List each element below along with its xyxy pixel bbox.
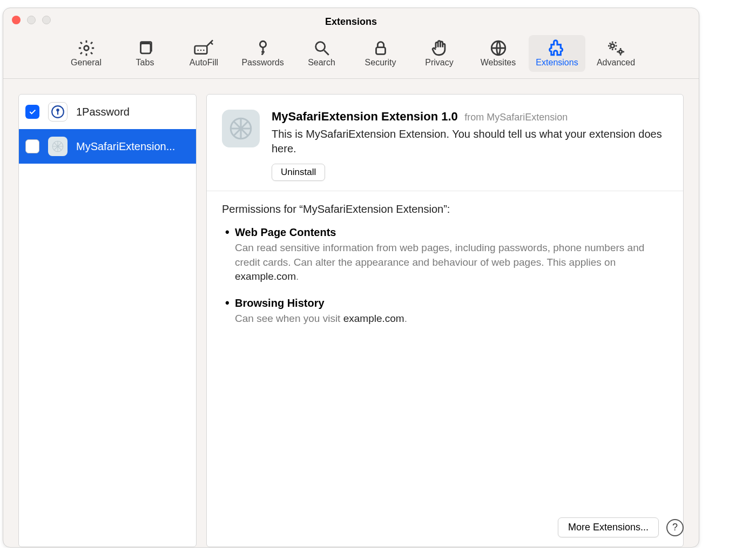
enable-checkbox[interactable] [25, 139, 39, 153]
close-window-button[interactable] [12, 16, 21, 24]
window-title: Extensions [325, 16, 377, 28]
extension-icon-large [222, 110, 260, 147]
more-extensions-button[interactable]: More Extensions... [558, 517, 659, 537]
extension-header-text: MySafariExtension Extension 1.0 from MyS… [272, 110, 668, 181]
autofill-icon [176, 38, 232, 58]
svg-rect-1 [140, 44, 150, 53]
sidebar-item-label: 1Password [76, 106, 196, 118]
svg-point-6 [260, 41, 266, 47]
tab-label: Passwords [234, 58, 291, 68]
tab-advanced[interactable]: Advanced [588, 35, 644, 72]
extension-from: from MySafariExtension [464, 112, 568, 123]
svg-rect-14 [57, 111, 58, 115]
tab-label: Advanced [588, 58, 644, 68]
tab-label: Search [293, 58, 350, 68]
tab-label: Tabs [117, 58, 173, 68]
tab-general[interactable]: General [58, 35, 114, 72]
tab-label: Privacy [411, 58, 468, 68]
extension-header: MySafariExtension Extension 1.0 from MyS… [207, 95, 683, 191]
svg-point-10 [610, 44, 614, 48]
svg-point-5 [203, 50, 205, 51]
hand-icon [411, 38, 468, 58]
sidebar-item-label: MySafariExtension... [76, 140, 196, 153]
permission-text: Can read sensitive information from web … [235, 242, 644, 268]
maximize-window-button[interactable] [42, 16, 51, 24]
tab-label: General [58, 58, 114, 68]
permissions-section: Permissions for “MySafariExtension Exten… [207, 191, 683, 349]
extensions-sidebar: 1Password MySafariExtension... [18, 94, 197, 547]
tabs-icon [117, 38, 173, 58]
tab-passwords[interactable]: Passwords [234, 35, 291, 72]
traffic-lights [12, 16, 51, 24]
permission-text: . [404, 313, 407, 324]
permission-description: Can see when you visit example.com. [222, 312, 668, 326]
tab-label: AutoFill [176, 58, 232, 68]
permission-domain: example.com [235, 271, 296, 282]
permission-text: Can see when you visit [235, 313, 343, 324]
help-button[interactable]: ? [666, 519, 684, 536]
sidebar-item-mysafariextension[interactable]: MySafariExtension... [19, 129, 196, 164]
tab-label: Websites [470, 58, 526, 68]
svg-point-7 [315, 42, 325, 51]
permission-item: Web Page Contents Can read sensitive inf… [222, 226, 668, 284]
tab-privacy[interactable]: Privacy [411, 35, 468, 72]
preferences-toolbar: General Tabs AutoFill Passwords Search [3, 35, 699, 79]
permission-title: Browsing History [222, 297, 668, 309]
lock-icon [352, 38, 409, 58]
svg-point-11 [619, 50, 622, 53]
search-icon [293, 38, 350, 58]
tab-search[interactable]: Search [293, 35, 350, 72]
footer: More Extensions... ? [558, 517, 684, 537]
extension-description: This is MySafariExtension Extension. You… [272, 127, 668, 156]
svg-point-4 [200, 50, 201, 51]
svg-rect-8 [376, 48, 385, 55]
tab-autofill[interactable]: AutoFill [176, 35, 232, 72]
permission-item: Browsing History Can see when you visit … [222, 297, 668, 326]
extension-icon-1password [48, 102, 68, 122]
enable-checkbox[interactable] [25, 105, 39, 119]
gear-icon [58, 38, 114, 58]
tab-websites[interactable]: Websites [470, 35, 526, 72]
tab-tabs[interactable]: Tabs [117, 35, 173, 72]
content-area: 1Password MySafariExtension... MySafariE… [3, 79, 699, 547]
minimize-window-button[interactable] [27, 16, 36, 24]
svg-point-0 [84, 46, 89, 51]
sidebar-item-1password[interactable]: 1Password [19, 95, 196, 129]
extension-detail-panel: MySafariExtension Extension 1.0 from MyS… [206, 94, 684, 547]
titlebar: Extensions [3, 8, 699, 35]
tab-extensions[interactable]: Extensions [529, 35, 585, 72]
tab-label: Extensions [529, 58, 585, 68]
preferences-window: Extensions General Tabs AutoFill Passwor… [3, 8, 699, 548]
puzzle-icon [529, 38, 585, 58]
uninstall-button[interactable]: Uninstall [272, 164, 325, 181]
permission-description: Can read sensitive information from web … [222, 241, 668, 284]
permission-title: Web Page Contents [222, 226, 668, 239]
extension-name: MySafariExtension Extension 1.0 [272, 110, 458, 123]
globe-icon [470, 38, 526, 58]
permissions-title: Permissions for “MySafariExtension Exten… [222, 203, 668, 215]
tab-security[interactable]: Security [352, 35, 409, 72]
gears-icon [588, 38, 644, 58]
permission-text: . [296, 271, 299, 282]
permission-domain: example.com [343, 313, 404, 324]
extension-icon-generic [48, 137, 68, 156]
tab-label: Security [352, 58, 409, 68]
svg-point-3 [197, 50, 199, 51]
key-icon [234, 38, 291, 58]
